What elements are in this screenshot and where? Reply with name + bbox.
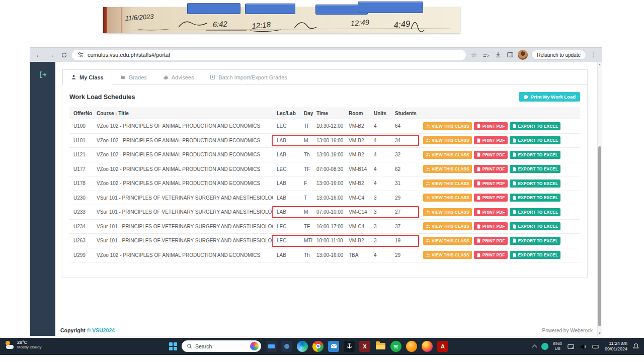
taskbar-clock[interactable]: 11:24 am 09/01/2024 xyxy=(605,341,627,352)
chrome-app-icon[interactable] xyxy=(312,341,324,352)
print-pdf-button[interactable]: PRINT PDF xyxy=(474,222,508,230)
row-actions: VIEW THIS CLASS PRINT PDF xyxy=(419,179,580,188)
bookmark-star-icon[interactable]: ☆ xyxy=(469,51,478,59)
forward-button[interactable]: → xyxy=(47,50,56,59)
taskbar-search[interactable]: Search xyxy=(182,340,261,352)
print-pdf-button[interactable]: PRINT PDF xyxy=(474,136,508,144)
print-pdf-label: PRINT PDF xyxy=(482,210,505,215)
back-button[interactable]: ← xyxy=(34,50,43,59)
export-to-excel-label: EXPORT TO EXCEL xyxy=(518,138,558,143)
start-button[interactable] xyxy=(169,342,177,350)
side-panel-icon[interactable] xyxy=(506,51,514,59)
mail-app-icon[interactable] xyxy=(328,341,339,352)
reload-button[interactable] xyxy=(59,50,68,59)
acrobat-app-icon[interactable]: A xyxy=(437,341,448,352)
scroll-up-arrow[interactable]: ▲ xyxy=(598,62,602,67)
anchor-app-icon[interactable] xyxy=(344,341,355,352)
print-pdf-button[interactable]: PRINT PDF xyxy=(474,237,508,245)
view-this-class-button[interactable]: VIEW THIS CLASS xyxy=(423,151,472,159)
print-pdf-button[interactable]: PRINT PDF xyxy=(474,122,508,130)
view-this-class-button[interactable]: VIEW THIS CLASS xyxy=(423,237,472,245)
tab-grades[interactable]: Grades xyxy=(112,70,155,84)
cell-room: VM-B14 xyxy=(345,166,370,172)
cell-students: 64 xyxy=(391,123,419,129)
view-this-class-button[interactable]: VIEW THIS CLASS xyxy=(423,165,472,173)
view-this-class-button[interactable]: VIEW THIS CLASS xyxy=(423,208,472,216)
taskbar-weather[interactable]: 28°C Mostly cloudy xyxy=(5,340,41,350)
monitor-app-icon[interactable] xyxy=(266,341,277,352)
vsu2024-link[interactable]: © VSU2024 xyxy=(87,327,115,333)
print-pdf-button[interactable]: PRINT PDF xyxy=(474,194,508,202)
x-app-icon[interactable]: X xyxy=(359,341,370,352)
downloads-icon[interactable] xyxy=(494,51,502,59)
row-actions: VIEW THIS CLASS PRINT PDF xyxy=(419,165,580,173)
export-to-excel-button[interactable]: EXPORT TO EXCEL xyxy=(510,194,561,202)
export-to-excel-button[interactable]: EXPORT TO EXCEL xyxy=(510,165,561,173)
export-to-excel-button[interactable]: EXPORT TO EXCEL xyxy=(510,122,561,130)
notifications-bell-icon[interactable] xyxy=(632,343,640,350)
photos-app-icon[interactable] xyxy=(281,341,292,352)
view-this-class-button[interactable]: VIEW THIS CLASS xyxy=(423,122,472,130)
cell-students: 37 xyxy=(391,224,419,229)
language-indicator[interactable]: ENG US xyxy=(553,341,562,351)
logbook-photo: 11/6/2023 6:42 12:18 12:49 4:49 xyxy=(103,7,460,33)
edge-app-icon[interactable] xyxy=(297,341,308,352)
site-settings-icon[interactable] xyxy=(77,51,84,59)
export-to-excel-button[interactable]: EXPORT TO EXCEL xyxy=(510,179,561,188)
profile-avatar[interactable] xyxy=(518,50,528,60)
scrollbar-thumb[interactable] xyxy=(598,146,601,326)
print-pdf-button[interactable]: PRINT PDF xyxy=(474,208,508,216)
speaker-icon[interactable] xyxy=(580,343,587,350)
export-to-excel-button[interactable]: EXPORT TO EXCEL xyxy=(510,136,561,144)
battery-icon[interactable] xyxy=(592,343,600,350)
cell-units: 3 xyxy=(370,238,391,243)
tab-my-class[interactable]: My Class xyxy=(62,70,112,85)
redaction-box xyxy=(358,2,423,13)
print-my-workload-button[interactable]: Print My Work Load xyxy=(519,92,580,102)
print-pdf-button[interactable]: PRINT PDF xyxy=(474,179,508,188)
print-pdf-button[interactable]: PRINT PDF xyxy=(474,251,508,259)
orange-app-icon[interactable] xyxy=(406,341,417,352)
hidden-icons-chevron[interactable] xyxy=(532,345,537,350)
view-this-class-button[interactable]: VIEW THIS CLASS xyxy=(423,194,472,202)
excel-file-icon xyxy=(512,152,517,157)
firefox-app-icon[interactable] xyxy=(422,341,433,352)
table-row: U234 VSur 101 - PRINCIPLES OF VETERINARY… xyxy=(69,220,580,234)
export-to-excel-button[interactable]: EXPORT TO EXCEL xyxy=(510,237,561,245)
export-to-excel-button[interactable]: EXPORT TO EXCEL xyxy=(510,251,561,259)
view-this-class-button[interactable]: VIEW THIS CLASS xyxy=(423,136,472,144)
tray-app-icon[interactable] xyxy=(541,343,548,350)
row-actions: VIEW THIS CLASS PRINT PDF xyxy=(419,208,580,216)
file-explorer-icon[interactable] xyxy=(375,341,386,352)
view-this-class-button[interactable]: VIEW THIS CLASS xyxy=(423,251,472,259)
browser-menu-icon[interactable]: ⋮ xyxy=(590,51,598,58)
logout-icon[interactable] xyxy=(38,70,47,79)
page-scrollbar[interactable]: ▲ ▼ xyxy=(597,62,602,336)
workload-card: My Class Grades Advisees Batch Import/Ex… xyxy=(62,69,588,278)
address-bar[interactable]: cumulus.vsu.edu.ph/staffs#/portal xyxy=(72,50,466,60)
print-pdf-button[interactable]: PRINT PDF xyxy=(474,165,508,173)
header-leclab: Lec/Lab xyxy=(273,111,300,116)
tab-label: Advisees xyxy=(172,74,194,80)
display-icon[interactable] xyxy=(567,343,575,350)
export-to-excel-label: EXPORT TO EXCEL xyxy=(518,152,558,157)
print-pdf-button[interactable]: PRINT PDF xyxy=(474,151,508,159)
header-day: Day xyxy=(300,111,312,116)
excel-file-icon xyxy=(512,210,517,214)
scroll-down-arrow[interactable]: ▼ xyxy=(598,331,602,336)
cell-offerno: U121 xyxy=(69,152,93,157)
view-this-class-button[interactable]: VIEW THIS CLASS xyxy=(423,222,472,230)
relaunch-to-update-button[interactable]: Relaunch to update xyxy=(531,50,586,60)
cell-room: VM-B2 xyxy=(345,238,370,243)
spotify-app-icon[interactable] xyxy=(390,341,401,352)
cell-course-title: VSur 101 - PRINCIPLES OF VETERINARY SURG… xyxy=(93,209,273,215)
reading-list-icon[interactable] xyxy=(481,51,490,59)
tab-batch-import-export[interactable]: Batch Import/Export Grades xyxy=(202,70,295,84)
tab-advisees[interactable]: Advisees xyxy=(155,70,202,84)
pdf-file-icon xyxy=(476,152,481,157)
view-this-class-button[interactable]: VIEW THIS CLASS xyxy=(423,179,472,188)
export-to-excel-button[interactable]: EXPORT TO EXCEL xyxy=(510,151,561,159)
export-to-excel-button[interactable]: EXPORT TO EXCEL xyxy=(510,222,561,230)
view-this-class-label: VIEW THIS CLASS xyxy=(432,152,469,157)
export-to-excel-button[interactable]: EXPORT TO EXCEL xyxy=(510,208,561,216)
